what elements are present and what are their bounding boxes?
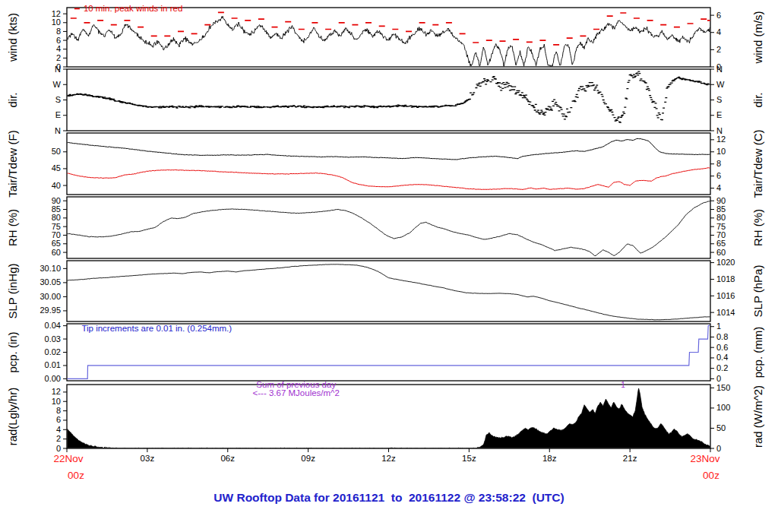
y-tick-label-right: 6 [716, 11, 721, 20]
y-tick-label-left: S [55, 95, 61, 104]
y-axis-label-left-wind: wind (kts) [6, 13, 19, 62]
y-tick-label-right: W [716, 80, 725, 89]
series-group-temp [67, 138, 710, 189]
y-tick-label-right: 0.4 [716, 353, 728, 362]
y-tick-label-left: 0.02 [45, 347, 61, 356]
y-tick-label-left: 85 [52, 204, 61, 214]
y-tick-label-right: 0.2 [716, 363, 728, 372]
series-group-rh [67, 201, 710, 255]
panel-dir: NWSENNWSENdir.dir. [6, 65, 764, 135]
meteogram-page: 0246810120246wind (kts)wind (m/s)10 min.… [0, 0, 778, 532]
panel-pcp: 0.000.010.020.030.0400.20.40.60.81pcp. (… [6, 321, 764, 383]
y-tick-label-left: N [55, 65, 61, 74]
panel-border-wind [67, 8, 710, 67]
y-tick-label-left: 0.01 [45, 360, 61, 369]
y-tick-label-left: W [53, 80, 62, 89]
y-tick-label-left: 30.10 [40, 264, 61, 273]
panel-border-rh [67, 197, 710, 258]
y-axis-label-right-pcp: pcp. (mm) [751, 327, 764, 378]
y-tick-label-left: 2 [56, 434, 61, 443]
y-tick-label-right: 1014 [716, 308, 735, 317]
y-axis-label-left-slp: SLP (inHg) [6, 263, 19, 318]
y-tick-label-left: 12 [52, 9, 61, 18]
y-tick-label-left: 0.03 [45, 334, 61, 344]
panel-temp: 4045504681012Tair/Tdew (F)Tair/Tdew (C) [6, 129, 764, 198]
tair_f-line [67, 138, 710, 160]
y-tick-label-right: 10 [716, 147, 726, 156]
x-start-time-label: 00z [68, 470, 84, 481]
y-tick-label-right: 150 [716, 383, 730, 392]
y-tick-label-right: 12 [716, 135, 726, 144]
wind-series-line [67, 16, 710, 67]
y-tick-label-right: 8 [716, 159, 721, 168]
y-tick-label-left: 6 [56, 415, 61, 424]
tip-increment-annotation: Tip increments are 0.01 in. (0.254mm.) [81, 324, 232, 333]
y-tick-label-left: 40 [52, 181, 61, 190]
panel-border-dir [67, 69, 710, 131]
y-tick-label-right: 90 [716, 196, 726, 205]
series-group-slp [67, 264, 710, 320]
y-tick-label-left: 10 [52, 17, 61, 27]
series-group-wind [67, 12, 713, 67]
panel-rad: 024681012050100150rad(Lgly/hr)rad (W/m^2… [6, 380, 764, 452]
y-tick-label-right: N [716, 126, 723, 135]
y-axis-label-right-dir: dir. [751, 92, 764, 107]
y-tick-label-left: 50 [52, 147, 61, 156]
panel-border-temp [67, 133, 710, 195]
rh-line [67, 201, 710, 255]
y-tick-label-right: 60 [716, 248, 726, 257]
y-tick-label-right: 1018 [716, 274, 735, 283]
y-tick-label-left: 4 [56, 425, 61, 434]
y-tick-label-left: 80 [52, 213, 61, 222]
tdew_f-line [67, 168, 710, 190]
y-tick-label-left: 2 [56, 53, 61, 62]
y-tick-label-right: 1020 [716, 258, 735, 267]
x-tick-label: 12z [381, 454, 396, 463]
y-tick-label-right: 65 [716, 239, 726, 248]
meteogram-chart: 0246810120246wind (kts)wind (m/s)10 min.… [0, 0, 778, 532]
x-tick-label: 06z [220, 454, 235, 463]
x-tick-label: 18z [542, 454, 557, 463]
panel-slp: 29.9530.0030.0530.101014101610181020SLP … [6, 258, 764, 321]
y-tick-label-right: 2 [716, 45, 721, 54]
y-tick-label-right: 6 [716, 171, 721, 180]
y-tick-label-left: 29.95 [40, 306, 61, 315]
y-axis-label-right-wind: wind (m/s) [751, 11, 764, 64]
peak-wind-annotation: 10 min. peak winds in red [84, 4, 182, 13]
y-axis-label-right-rad: rad (W/m^2) [751, 385, 764, 448]
x-tick-label: 15z [462, 454, 476, 463]
y-tick-label-left: 70 [52, 230, 61, 239]
y-tick-label-right: 50 [716, 423, 726, 432]
y-axis-label-right-rh: RH (%) [751, 209, 764, 246]
y-tick-label-right: E [716, 110, 722, 119]
y-tick-label-left: 4 [56, 44, 61, 53]
y-tick-label-right: 0.8 [716, 332, 728, 341]
y-tick-label-left: N [55, 126, 61, 135]
series-group-rad [67, 388, 710, 448]
y-tick-label-left: 90 [52, 196, 61, 205]
x-tick-label: 21z [623, 454, 637, 463]
y-tick-label-left: 6 [56, 36, 61, 45]
y-tick-label-left: 8 [56, 406, 61, 415]
y-tick-label-right: 100 [716, 403, 730, 412]
x-end-date-label: 23Nov [690, 453, 719, 464]
y-axis-label-left-rad: rad(Lgly/hr) [6, 388, 19, 446]
y-axis-label-left-rh: RH (%) [6, 209, 19, 246]
x-axis: 03z06z09z12z15z18z21z22Nov00z23Nov00z [53, 448, 719, 481]
y-axis-label-left-dir: dir. [6, 92, 19, 107]
y-tick-label-right: N [716, 65, 723, 74]
y-tick-label-left: 75 [52, 222, 61, 231]
y-tick-label-left: 0.04 [45, 321, 61, 330]
y-tick-label-right: 0 [716, 374, 721, 383]
radiation-sum-annotation-line2: <--- 3.67 MJoules/m^2 [253, 388, 340, 397]
y-tick-label-left: 0.00 [45, 374, 61, 383]
panel-border-slp [67, 261, 710, 321]
y-tick-label-left: 30.00 [40, 292, 61, 301]
y-tick-label-left: 10 [52, 397, 61, 406]
x-tick-label: 09z [301, 454, 315, 463]
x-start-date-label: 22Nov [53, 453, 83, 464]
y-tick-label-left: 30.05 [40, 277, 61, 287]
y-tick-label-left: 0 [56, 444, 61, 453]
radiation-area [67, 388, 710, 448]
y-tick-label-right: 80 [716, 213, 726, 222]
